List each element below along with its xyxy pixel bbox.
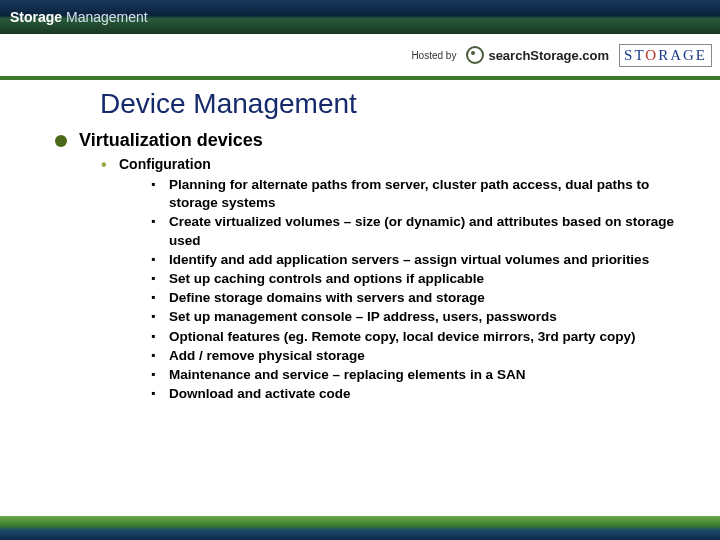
hosted-by-label: Hosted by (411, 50, 456, 61)
list-item: Add / remove physical storage (151, 347, 690, 365)
storage-box-text: STORAGE (624, 47, 707, 63)
l2-item: Configuration Planning for alternate pat… (101, 155, 690, 404)
list-item: Download and activate code (151, 385, 690, 403)
logo-light: Management (66, 9, 148, 25)
page-title: Device Management (100, 88, 690, 120)
slide-content: Device Management Virtualization devices… (0, 80, 720, 404)
storage-box-logo: STORAGE (619, 44, 712, 67)
header-logo: Storage Management (10, 9, 148, 25)
search-storage-logo: searchStorage.com (466, 46, 609, 64)
list-item: Planning for alternate paths from server… (151, 176, 690, 212)
target-icon (466, 46, 484, 64)
list-level-3: Planning for alternate paths from server… (119, 176, 690, 404)
list-item: Maintenance and service – replacing elem… (151, 366, 690, 384)
list-item: Set up caching controls and options if a… (151, 270, 690, 288)
list-item: Create virtualized volumes – size (or dy… (151, 213, 690, 249)
header-bar: Storage Management (0, 0, 720, 34)
list-item: Define storage domains with servers and … (151, 289, 690, 307)
l1-item: Virtualization devices Configuration Pla… (55, 130, 690, 404)
list-item: Identify and add application servers – a… (151, 251, 690, 269)
list-level-1: Virtualization devices Configuration Pla… (30, 130, 690, 404)
list-item: Set up management console – IP address, … (151, 308, 690, 326)
search-storage-text: searchStorage.com (488, 48, 609, 63)
l1-text: Virtualization devices (79, 130, 263, 150)
l2-text: Configuration (119, 156, 211, 172)
footer-bar (0, 516, 720, 540)
logo-bold: Storage (10, 9, 62, 25)
list-item: Optional features (eg. Remote copy, loca… (151, 328, 690, 346)
hosted-row: Hosted by searchStorage.com STORAGE (0, 34, 720, 80)
list-level-2: Configuration Planning for alternate pat… (79, 155, 690, 404)
